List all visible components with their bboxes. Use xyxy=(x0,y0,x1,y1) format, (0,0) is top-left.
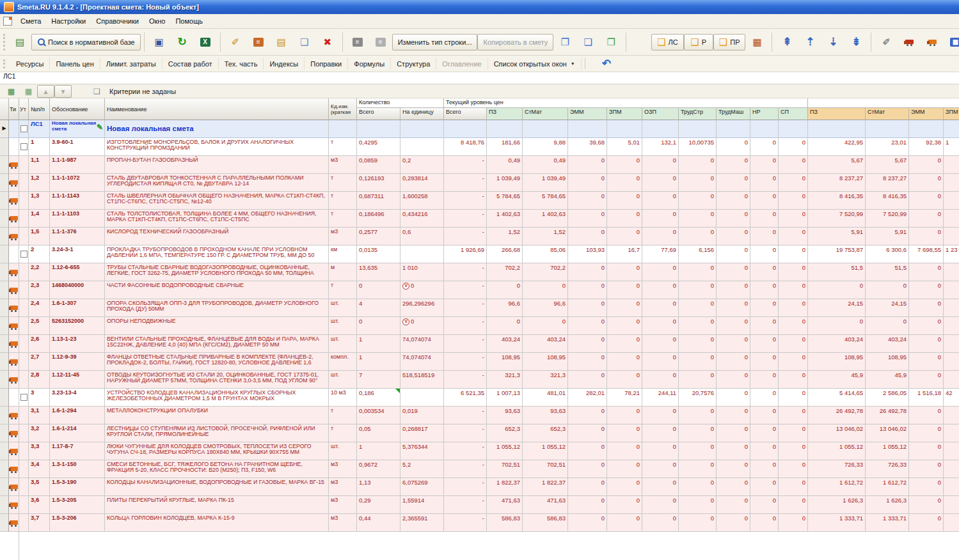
cell-unit[interactable]: м3 xyxy=(329,478,357,496)
cell-value[interactable]: 0 xyxy=(607,317,642,335)
row-type-cell[interactable] xyxy=(9,120,19,138)
work-list-button[interactable]: ▤ xyxy=(270,32,293,52)
cell-value[interactable]: 0 xyxy=(607,192,642,210)
cell-unit[interactable]: т xyxy=(329,407,357,424)
cell-value[interactable] xyxy=(568,120,607,138)
cell-value[interactable]: 0 xyxy=(779,263,808,281)
cell-value[interactable]: 108,95 xyxy=(866,353,909,371)
convert-rows-button[interactable]: ▦ xyxy=(745,32,768,52)
cell-qty-total[interactable]: 0,9672 xyxy=(357,460,400,478)
excel-export-button[interactable]: X xyxy=(194,32,217,52)
cell-value[interactable]: 0 xyxy=(750,335,779,353)
cell-value[interactable]: 0 xyxy=(642,174,679,192)
cell-value[interactable]: 51,5 xyxy=(866,263,909,281)
col-header-cur-stmat[interactable]: СтМат xyxy=(523,108,568,120)
row-selector[interactable] xyxy=(0,138,9,156)
cell-value[interactable]: 1 333,71 xyxy=(866,514,909,532)
row-selector[interactable] xyxy=(0,514,9,532)
col-header-base-zpm[interactable]: ЗПМ xyxy=(944,108,959,120)
approve-cell[interactable] xyxy=(19,192,29,210)
cell-value[interactable]: 1 402,63 xyxy=(523,210,568,228)
cell-num[interactable]: 1,4 xyxy=(29,210,50,228)
cell-value[interactable]: 0 xyxy=(909,496,944,514)
cell-value[interactable]: 0 xyxy=(568,478,607,496)
approve-cell[interactable] xyxy=(19,514,29,532)
cell-qty-unit[interactable] xyxy=(400,245,444,263)
cell-value[interactable]: 0 xyxy=(679,478,717,496)
row-type-cell[interactable] xyxy=(9,353,19,371)
cell-value[interactable]: 0 xyxy=(607,407,642,424)
cell-value[interactable]: 0 xyxy=(642,514,679,532)
cell-value[interactable]: 0 xyxy=(679,263,717,281)
col-header-basis[interactable]: Обоснование xyxy=(50,98,105,120)
cell-name[interactable]: ИЗГОТОВЛЕНИЕ МОНОРЕЛЬСОВ, БАЛОК И ДРУГИХ… xyxy=(105,138,329,156)
cell-value[interactable]: 0 xyxy=(679,299,717,317)
copy-structure-button[interactable]: ❏ xyxy=(576,32,599,52)
cell-value[interactable]: 6,156 xyxy=(679,245,717,263)
cell-value[interactable]: 0 xyxy=(750,228,779,245)
cell-qty-total[interactable]: 1 xyxy=(357,335,400,353)
cell-value[interactable]: 1,52 xyxy=(523,228,568,245)
current-object-field[interactable]: ЛС1 xyxy=(0,72,959,84)
cell-name[interactable]: ПРОПАН-БУТАН ГАЗООБРАЗНЫЙ xyxy=(105,156,329,174)
cell-value[interactable]: 0 xyxy=(909,174,944,192)
cell-qty-unit[interactable]: 74,074074 xyxy=(400,353,444,371)
cell-qty-total[interactable]: 0,2577 xyxy=(357,228,400,245)
cell-value[interactable]: 0 xyxy=(642,299,679,317)
cell-value[interactable]: 0 xyxy=(568,156,607,174)
cell-value[interactable]: 7 520,99 xyxy=(808,210,866,228)
cell-unit[interactable]: т xyxy=(329,210,357,228)
col-header-ti[interactable]: Ти xyxy=(9,98,19,120)
cell-value[interactable]: - xyxy=(444,353,487,371)
cell-qty-unit[interactable]: 0,268817 xyxy=(400,424,444,442)
cell-value[interactable]: 45,9 xyxy=(808,371,866,389)
approve-cell[interactable] xyxy=(19,263,29,281)
delete-row-button[interactable]: ✖ xyxy=(316,32,339,52)
view-formulas-button[interactable]: Формулы xyxy=(348,58,391,70)
cell-value[interactable]: 0 xyxy=(717,228,750,245)
cell-name[interactable]: ПЛИТЫ ПЕРЕКРЫТИЙ КРУГЛЫЕ, МАРКА ПК-15 xyxy=(105,496,329,514)
cell-num[interactable]: 2,8 xyxy=(29,371,50,389)
cell-value[interactable]: 403,24 xyxy=(487,335,523,353)
cell-value[interactable]: 0 xyxy=(642,353,679,371)
search-normbase-button[interactable]: Поиск в нормативной базе xyxy=(31,34,141,51)
cell-value[interactable] xyxy=(808,120,866,138)
cell-value[interactable]: 0 xyxy=(750,407,779,424)
cell-value[interactable]: 0 xyxy=(717,138,750,156)
cell-value[interactable]: 0 xyxy=(750,192,779,210)
cell-value[interactable]: 26 492,78 xyxy=(808,407,866,424)
view-limit-costs-button[interactable]: Лимит. затраты xyxy=(100,58,162,70)
cell-name[interactable]: ЛЮКИ ЧУГУННЫЕ ДЛЯ КОЛОДЦЕВ СМОТРОВЫХ, ТЕ… xyxy=(105,442,329,460)
approve-cell[interactable] xyxy=(19,245,29,263)
cell-value[interactable]: 0,49 xyxy=(487,156,523,174)
cell-qty-total[interactable]: 0,0135 xyxy=(357,245,400,263)
cell-name[interactable]: КОЛОДЦЫ КАНАЛИЗАЦИОННЫЕ, ВОДОПРОВОДНЫЕ И… xyxy=(105,478,329,496)
cell-value[interactable] xyxy=(944,263,959,281)
cell-value[interactable]: 0 xyxy=(607,156,642,174)
cell-value[interactable]: 0 xyxy=(607,263,642,281)
cell-value[interactable] xyxy=(944,460,959,478)
cell-value[interactable]: 0 xyxy=(779,192,808,210)
cell-value[interactable]: 51,5 xyxy=(808,263,866,281)
cell-value[interactable]: 0 xyxy=(607,281,642,299)
cell-value[interactable]: 0 xyxy=(779,138,808,156)
estimate-structure-button[interactable]: ▤ xyxy=(8,32,31,52)
cell-unit[interactable]: шт. xyxy=(329,442,357,460)
row-selector[interactable] xyxy=(0,496,9,514)
cell-num[interactable]: 3,3 xyxy=(29,442,50,460)
cell-unit[interactable]: т xyxy=(329,424,357,442)
cell-unit[interactable]: 10 м3 xyxy=(329,389,357,407)
cell-qty-total[interactable]: 1 xyxy=(357,353,400,371)
table-row[interactable]: 2,41.6-1-307ОПОРА СКОЛЬЗЯЩАЯ ОПП-3 ДЛЯ Т… xyxy=(0,299,959,317)
cell-num[interactable]: 3,1 xyxy=(29,407,50,424)
cell-value[interactable]: 20,7576 xyxy=(679,389,717,407)
cell-value[interactable]: 0 xyxy=(642,496,679,514)
cell-value[interactable]: 181,66 xyxy=(487,138,523,156)
cell-value[interactable]: 0 xyxy=(909,353,944,371)
col-header-base-pz[interactable]: ПЗ xyxy=(808,108,866,120)
cell-unit[interactable]: км xyxy=(329,245,357,263)
cell-value[interactable]: 0 xyxy=(750,138,779,156)
row-type-cell[interactable] xyxy=(9,210,19,228)
cell-unit[interactable]: шт. xyxy=(329,317,357,335)
col-header-cur-emm[interactable]: ЭММ xyxy=(568,108,607,120)
